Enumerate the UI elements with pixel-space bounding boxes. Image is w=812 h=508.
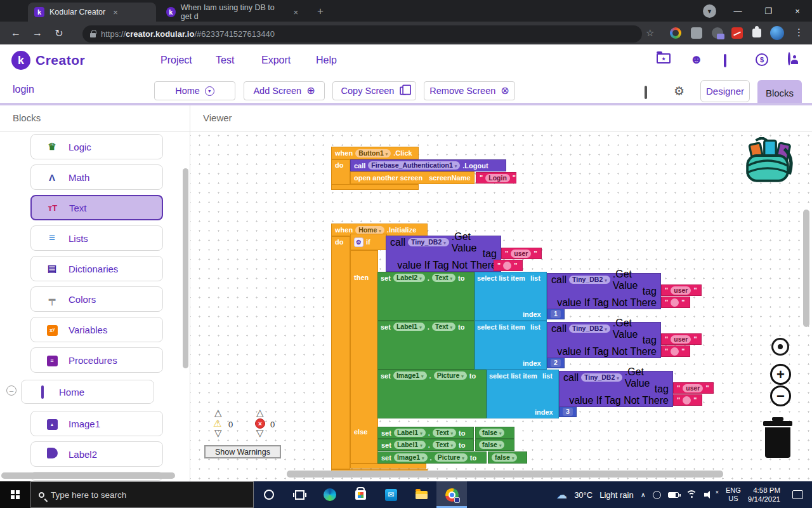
- block-number-2[interactable]: 2: [547, 358, 565, 368]
- field-property[interactable]: Text: [433, 429, 456, 437]
- field-text-value[interactable]: [671, 347, 679, 356]
- tab-kodular-creator[interactable]: k Kodular Creator ×: [28, 3, 156, 22]
- menu-export[interactable]: Export: [261, 55, 291, 66]
- block-number-3[interactable]: 3: [559, 406, 577, 417]
- extension-icon[interactable]: [731, 27, 743, 39]
- field-number[interactable]: 1: [551, 310, 561, 318]
- block-when-button1-click[interactable]: when Button1 .Click: [331, 147, 419, 159]
- tab-search-icon[interactable]: ▼: [703, 4, 716, 18]
- block-call-tinydb-getvalue[interactable]: call Tiny_DB2 .Get Value tag value If Ta…: [547, 322, 661, 358]
- center-blocks-icon[interactable]: [771, 338, 789, 356]
- tray-expand-icon[interactable]: ∧: [641, 491, 646, 499]
- palette-item-home-screen[interactable]: Home: [21, 380, 154, 404]
- block-false-value[interactable]: false: [488, 451, 527, 464]
- field-component[interactable]: Label1: [394, 441, 426, 449]
- file-explorer-button[interactable]: [406, 481, 436, 508]
- earnings-icon[interactable]: $: [756, 53, 768, 66]
- palette-item-math[interactable]: Λ Math: [30, 164, 163, 190]
- block-set-image1-picture[interactable]: set Image1 . Picture to: [377, 451, 487, 464]
- address-bar[interactable]: https://creator.kodular.io/#623374152761…: [82, 25, 642, 43]
- menu-project[interactable]: Project: [160, 55, 192, 66]
- field-boolean[interactable]: false: [479, 429, 504, 437]
- community-icon[interactable]: ☻: [690, 52, 703, 66]
- wifi-icon[interactable]: [686, 490, 697, 499]
- screens-gallery-icon[interactable]: [645, 86, 647, 99]
- field-boolean[interactable]: false: [492, 453, 517, 462]
- palette-item-text[interactable]: ᴛT Text: [30, 195, 163, 220]
- task-view-button[interactable]: [284, 481, 315, 508]
- canvas-vertical-scrollbar[interactable]: [803, 210, 809, 327]
- field-component[interactable]: Button1: [355, 149, 391, 157]
- search-input[interactable]: [51, 490, 216, 500]
- zoom-out-button[interactable]: −: [770, 385, 791, 406]
- error-spinner-up-icon[interactable]: △: [256, 407, 264, 418]
- sidebar-vertical-scrollbar[interactable]: [183, 168, 188, 368]
- action-center-icon[interactable]: [792, 490, 803, 499]
- field-property[interactable]: Text: [432, 323, 455, 331]
- block-text-user[interactable]: " user ": [661, 284, 702, 296]
- field-component[interactable]: Tiny_DB2: [581, 373, 622, 382]
- field-boolean[interactable]: false: [479, 441, 504, 449]
- field-text-value[interactable]: Login: [485, 174, 510, 182]
- field-text-value[interactable]: user: [671, 335, 691, 344]
- trash-can[interactable]: [765, 427, 790, 458]
- collapse-screen-icon[interactable]: –: [6, 385, 16, 396]
- field-component[interactable]: Label2: [393, 274, 425, 282]
- designer-tab[interactable]: Designer: [700, 80, 750, 102]
- palette-item-dictionaries[interactable]: ▤ Dictionaries: [30, 256, 163, 281]
- window-close-button[interactable]: ×: [783, 0, 812, 22]
- field-component[interactable]: Label1: [393, 323, 425, 331]
- block-set-label1-text[interactable]: set Label1 . Text to: [377, 439, 474, 451]
- add-screen-button[interactable]: Add Screen ⊕: [244, 81, 325, 100]
- tab-tinydb-question[interactable]: k When Iam using tiny DB to get d ×: [160, 3, 304, 22]
- menu-help[interactable]: Help: [316, 55, 337, 66]
- tab-close-icon[interactable]: ×: [293, 8, 298, 17]
- browser-menu-icon[interactable]: ⋮: [794, 27, 804, 38]
- zoom-in-button[interactable]: +: [770, 364, 791, 385]
- mutator-gear-icon[interactable]: ⚙: [354, 237, 363, 247]
- chrome-button[interactable]: [436, 481, 467, 508]
- block-text-empty[interactable]: " ": [673, 394, 702, 406]
- palette-item-colors[interactable]: ╤ Colors: [30, 286, 163, 312]
- field-text-value[interactable]: user: [671, 286, 691, 295]
- palette-item-lists[interactable]: ≡ Lists: [30, 225, 163, 251]
- field-number[interactable]: 2: [551, 359, 561, 367]
- field-component[interactable]: Image1: [393, 371, 427, 380]
- block-text-login[interactable]: " Login ": [476, 172, 516, 184]
- window-restore-button[interactable]: ❐: [754, 0, 783, 22]
- block-false-value[interactable]: false: [475, 427, 514, 439]
- project-folder-icon[interactable]: ★: [657, 53, 671, 64]
- taskbar-search[interactable]: [30, 481, 254, 508]
- field-number[interactable]: 3: [563, 408, 573, 416]
- block-when-body[interactable]: [331, 236, 350, 469]
- reload-button[interactable]: ↻: [48, 27, 70, 39]
- block-open-another-screen[interactable]: open another screen screenName: [350, 171, 475, 184]
- palette-item-procedures[interactable]: ≡ Procedures: [30, 347, 163, 373]
- block-if-header[interactable]: ⚙ if: [350, 234, 387, 250]
- palette-item-label2[interactable]: Label2: [30, 441, 163, 467]
- warning-spinner-down-icon[interactable]: ▽: [214, 427, 222, 439]
- weather-temperature[interactable]: 30°C: [574, 490, 593, 500]
- new-tab-button[interactable]: +: [317, 5, 324, 18]
- block-call-tinydb-getvalue[interactable]: call Tiny_DB2 .Get Value tag value If Ta…: [547, 273, 661, 309]
- field-property[interactable]: Picture: [435, 453, 468, 462]
- field-component[interactable]: Home: [355, 226, 384, 234]
- block-text-empty[interactable]: " ": [661, 297, 690, 308]
- field-property[interactable]: Text: [432, 274, 455, 282]
- field-text-value[interactable]: user: [683, 384, 703, 392]
- field-component[interactable]: Tiny_DB2: [569, 276, 610, 284]
- block-call-tinydb-getvalue[interactable]: call Tiny_DB2 .Get Value tag value If Ta…: [386, 236, 501, 272]
- mail-button[interactable]: ✉: [376, 481, 406, 508]
- store-button[interactable]: [345, 481, 376, 508]
- error-spinner-down-icon[interactable]: ▽: [256, 427, 264, 439]
- palette-item-image1[interactable]: ▲ Image1: [30, 411, 163, 436]
- block-call-tinydb-getvalue[interactable]: call Tiny_DB2 .Get Value tag value If Ta…: [559, 371, 673, 407]
- warning-spinner-up-icon[interactable]: △: [214, 407, 222, 418]
- weather-description[interactable]: Light rain: [599, 490, 633, 500]
- start-button[interactable]: [0, 481, 30, 508]
- forward-button[interactable]: →: [27, 27, 48, 39]
- block-when-bottom[interactable]: [331, 184, 419, 190]
- field-component[interactable]: Image1: [394, 453, 428, 462]
- remove-screen-button[interactable]: Remove Screen ⊗: [424, 81, 515, 100]
- language-indicator[interactable]: ENG US: [726, 486, 741, 503]
